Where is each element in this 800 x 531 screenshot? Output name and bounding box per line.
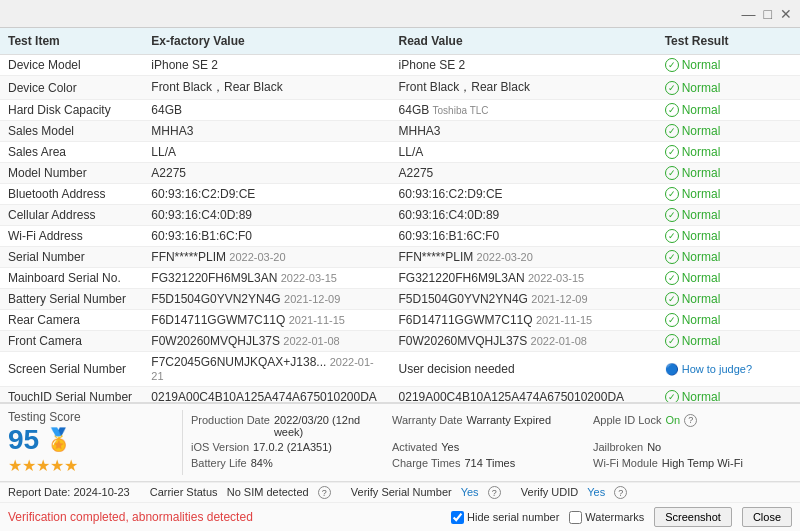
watermarks-checkbox[interactable] bbox=[569, 511, 582, 524]
cell-ex-factory: F6D14711GGWM7C11Q 2021-11-15 bbox=[143, 310, 390, 331]
check-circle-icon: ✓ bbox=[665, 271, 679, 285]
cell-test-result: ✓ Normal bbox=[657, 184, 800, 205]
normal-badge: ✓ Normal bbox=[665, 145, 792, 159]
cell-read-value: LL/A bbox=[391, 142, 657, 163]
check-circle-icon: ✓ bbox=[665, 334, 679, 348]
check-circle-icon: ✓ bbox=[665, 124, 679, 138]
cell-test-result: ✓ Normal bbox=[657, 163, 800, 184]
cell-read-value: MHHA3 bbox=[391, 121, 657, 142]
info-jailbroken: Jailbroken No bbox=[593, 441, 784, 455]
cell-test-item: Bluetooth Address bbox=[0, 184, 143, 205]
check-circle-icon: ✓ bbox=[665, 166, 679, 180]
cell-read-value: Front Black，Rear Black bbox=[391, 76, 657, 100]
cell-ex-factory: FFN*****PLIM 2022-03-20 bbox=[143, 247, 390, 268]
close-button[interactable]: Close bbox=[742, 507, 792, 527]
cell-test-item: Hard Disk Capacity bbox=[0, 100, 143, 121]
normal-badge: ✓ Normal bbox=[665, 58, 792, 72]
hide-serial-checkbox[interactable] bbox=[451, 511, 464, 524]
table-row: Hard Disk Capacity64GB64GB Toshiba TLC✓ … bbox=[0, 100, 800, 121]
screenshot-button[interactable]: Screenshot bbox=[654, 507, 732, 527]
report-date-row: Report Date: 2024-10-23 Carrier Status N… bbox=[0, 482, 800, 503]
normal-badge: ✓ Normal bbox=[665, 166, 792, 180]
cell-test-item: Sales Area bbox=[0, 142, 143, 163]
cell-ex-factory: 60:93:16:B1:6C:F0 bbox=[143, 226, 390, 247]
cell-ex-factory: 60:93:16:C2:D9:CE bbox=[143, 184, 390, 205]
score-title: Testing Score bbox=[8, 410, 81, 424]
cell-test-item: Device Color bbox=[0, 76, 143, 100]
cell-test-item: TouchID Serial Number bbox=[0, 387, 143, 402]
cell-test-item: Front Camera bbox=[0, 331, 143, 352]
window-controls[interactable]: — □ ✕ bbox=[742, 6, 792, 22]
cell-read-value: 0219A00C4B10A125A474A675010200DA bbox=[391, 387, 657, 402]
main-content: Test Item Ex-factory Value Read Value Te… bbox=[0, 28, 800, 531]
info-battery-life: Battery Life 84% bbox=[191, 457, 382, 471]
cell-test-result: ✓ Normal bbox=[657, 142, 800, 163]
normal-badge: ✓ Normal bbox=[665, 334, 792, 348]
minimize-btn[interactable]: — bbox=[742, 6, 756, 22]
cell-ex-factory: FG321220FH6M9L3AN 2022-03-15 bbox=[143, 268, 390, 289]
check-circle-icon: ✓ bbox=[665, 313, 679, 327]
table-row: Rear CameraF6D14711GGWM7C11Q 2021-11-15F… bbox=[0, 310, 800, 331]
check-circle-icon: ✓ bbox=[665, 292, 679, 306]
cell-read-value: F0W20260MVQHJL37S 2022-01-08 bbox=[391, 331, 657, 352]
cell-read-value: 60:93:16:B1:6C:F0 bbox=[391, 226, 657, 247]
cell-test-result: 🔵 How to judge? bbox=[657, 352, 800, 387]
check-circle-icon: ✓ bbox=[665, 229, 679, 243]
table-row: Front CameraF0W20260MVQHJL37S 2022-01-08… bbox=[0, 331, 800, 352]
close-btn[interactable]: ✕ bbox=[780, 6, 792, 22]
normal-badge: ✓ Normal bbox=[665, 390, 792, 402]
cell-read-value: A2275 bbox=[391, 163, 657, 184]
cell-test-item: Mainboard Serial No. bbox=[0, 268, 143, 289]
table-container: Test Item Ex-factory Value Read Value Te… bbox=[0, 28, 800, 402]
apple-id-lock-help-icon[interactable]: ? bbox=[684, 414, 697, 427]
cell-test-result: ✓ Normal bbox=[657, 310, 800, 331]
cell-test-result: ✓ Normal bbox=[657, 205, 800, 226]
cell-read-value: 60:93:16:C2:D9:CE bbox=[391, 184, 657, 205]
table-row: Battery Serial NumberF5D1504G0YVN2YN4G 2… bbox=[0, 289, 800, 310]
score-section: Testing Score 95 🏅 ★★★★★ bbox=[8, 410, 183, 475]
bottom-panel: Testing Score 95 🏅 ★★★★★ Production Date… bbox=[0, 402, 800, 532]
cell-test-item: Serial Number bbox=[0, 247, 143, 268]
cell-test-result: ✓ Normal bbox=[657, 289, 800, 310]
cell-ex-factory: 60:93:16:C4:0D:89 bbox=[143, 205, 390, 226]
footer-controls: Hide serial number Watermarks Screenshot… bbox=[451, 507, 792, 527]
verify-serial: Verify Serial Number Yes ? bbox=[351, 486, 501, 500]
normal-badge: ✓ Normal bbox=[665, 229, 792, 243]
cell-ex-factory: F0W20260MVQHJL37S 2022-01-08 bbox=[143, 331, 390, 352]
normal-badge: ✓ Normal bbox=[665, 313, 792, 327]
table-row: Mainboard Serial No.FG321220FH6M9L3AN 20… bbox=[0, 268, 800, 289]
cell-read-value: FG321220FH6M9L3AN 2022-03-15 bbox=[391, 268, 657, 289]
verify-udid-help-icon[interactable]: ? bbox=[614, 486, 627, 499]
table-row: Sales AreaLL/ALL/A✓ Normal bbox=[0, 142, 800, 163]
cell-test-result: ✓ Normal bbox=[657, 100, 800, 121]
info-activated: Activated Yes bbox=[392, 441, 583, 455]
verify-udid: Verify UDID Yes ? bbox=[521, 486, 628, 500]
cell-read-value: iPhone SE 2 bbox=[391, 55, 657, 76]
verify-serial-help-icon[interactable]: ? bbox=[488, 486, 501, 499]
cell-ex-factory: LL/A bbox=[143, 142, 390, 163]
watermarks-checkbox-label[interactable]: Watermarks bbox=[569, 511, 644, 524]
cell-ex-factory: 0219A00C4B10A125A474A675010200DA bbox=[143, 387, 390, 402]
col-header-test-item: Test Item bbox=[0, 28, 143, 55]
table-row: Screen Serial NumberF7C2045G6NUMJKQAX+J1… bbox=[0, 352, 800, 387]
cell-ex-factory: 64GB bbox=[143, 100, 390, 121]
table-row: Device ColorFront Black，Rear BlackFront … bbox=[0, 76, 800, 100]
restore-btn[interactable]: □ bbox=[764, 6, 772, 22]
hide-serial-checkbox-label[interactable]: Hide serial number bbox=[451, 511, 559, 524]
cell-ex-factory: F7C2045G6NUMJKQAX+J138... 2022-01-21 bbox=[143, 352, 390, 387]
verification-text: Verification completed, abnormalities de… bbox=[8, 510, 253, 524]
cell-test-item: Screen Serial Number bbox=[0, 352, 143, 387]
info-warranty-date: Warranty Date Warranty Expired bbox=[392, 414, 583, 440]
info-grid: Production Date 2022/03/20 (12nd week) W… bbox=[183, 410, 792, 475]
table-row: Model NumberA2275A2275✓ Normal bbox=[0, 163, 800, 184]
cell-test-result: ✓ Normal bbox=[657, 268, 800, 289]
cell-read-value: 60:93:16:C4:0D:89 bbox=[391, 205, 657, 226]
hide-serial-label: Hide serial number bbox=[467, 511, 559, 523]
info-wifi-module: Wi-Fi Module High Temp Wi-Fi bbox=[593, 457, 784, 471]
normal-badge: ✓ Normal bbox=[665, 271, 792, 285]
cell-test-item: Battery Serial Number bbox=[0, 289, 143, 310]
check-circle-icon: ✓ bbox=[665, 390, 679, 402]
how-to-judge-link[interactable]: 🔵 How to judge? bbox=[665, 363, 752, 375]
carrier-status-help-icon[interactable]: ? bbox=[318, 486, 331, 499]
check-circle-icon: ✓ bbox=[665, 187, 679, 201]
